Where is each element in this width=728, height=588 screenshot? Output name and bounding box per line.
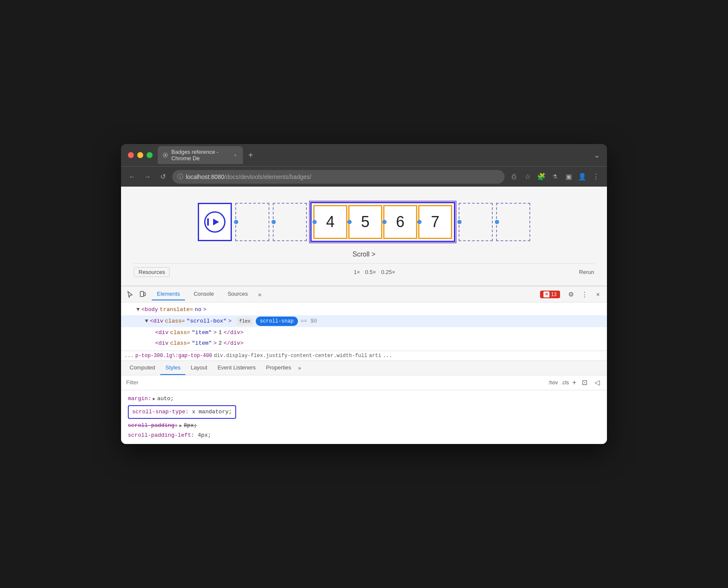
triangle-down: ▼ <box>145 317 148 326</box>
css-scroll-padding-line: scroll-padding: 8px; <box>128 421 600 430</box>
scroll-item-placeholder-2 <box>273 203 307 241</box>
bar-icon <box>207 218 209 226</box>
triangle-right: ▼ <box>136 306 140 314</box>
scroll-item-4: 4 <box>313 205 347 239</box>
add-rule-button[interactable]: + <box>572 379 576 386</box>
css-scroll-snap-type-line: scroll-snap-type: x mandatory; <box>128 405 600 418</box>
settings-icon[interactable]: ⚙ <box>565 289 576 300</box>
styles-more-tabs[interactable]: » <box>296 361 303 375</box>
speed-half[interactable]: 0.5× <box>365 269 376 275</box>
devtools-toolbar: Elements Console Sources » ✕ 13 ⚙ ⋮ × <box>121 286 607 303</box>
speed-quarter[interactable]: 0.25× <box>381 269 395 275</box>
close-button[interactable] <box>128 152 134 158</box>
chrome-icon <box>163 152 168 159</box>
copy-styles-icon[interactable]: ⊡ <box>580 378 589 387</box>
resources-bar: Resources 1× 0.5× 0.25× Rerun <box>134 263 594 277</box>
devtools-settings: ⚙ ⋮ × <box>565 289 604 300</box>
close-tab-button[interactable]: × <box>233 152 238 159</box>
error-badge[interactable]: ✕ 13 <box>540 291 560 298</box>
snap-dot-2 <box>272 220 276 224</box>
properties-tab[interactable]: Properties <box>261 361 296 375</box>
devtools-panel: Elements Console Sources » ✕ 13 ⚙ ⋮ × ▼ <box>121 286 607 444</box>
breadcrumb-item-3[interactable]: arti <box>369 353 381 359</box>
play-icon <box>213 219 219 225</box>
url-bar[interactable]: ⓘ localhost:8080/docs/devtools/elements/… <box>172 170 505 184</box>
flask-icon[interactable]: ⚗ <box>549 171 561 183</box>
scroll-item-6: 6 <box>383 205 417 239</box>
toggle-sidebar-icon[interactable]: ◁ <box>592 378 602 387</box>
speed-1x[interactable]: 1× <box>354 269 360 275</box>
active-tab[interactable]: Badges reference - Chrome De × <box>158 146 243 164</box>
hov-button[interactable]: :hov <box>548 380 558 386</box>
css-val-scroll-snap-type: x mandatory; <box>192 409 232 415</box>
devtools-btn-group <box>124 289 148 300</box>
computed-tab[interactable]: Computed <box>124 361 160 375</box>
tab-title: Badges reference - Chrome De <box>171 149 229 161</box>
error-count: 13 <box>551 291 557 297</box>
resources-button[interactable]: Resources <box>134 267 170 277</box>
cursor-icon[interactable] <box>124 289 136 300</box>
device-icon[interactable] <box>137 289 148 300</box>
share-icon[interactable]: ⎙ <box>508 171 520 183</box>
dollar-zero: == $0 <box>300 317 317 326</box>
scroll-item-placeholder-1 <box>235 203 269 241</box>
bookmark-icon[interactable]: ☆ <box>522 171 534 183</box>
css-val-scroll-padding: 8px; <box>184 421 197 430</box>
breadcrumb-dots-1: ... <box>124 353 134 359</box>
tab-overflow-button[interactable]: ⌄ <box>594 150 600 160</box>
scroll-demo: 4 5 6 7 <box>121 187 607 286</box>
snap-dot-4 <box>312 220 317 224</box>
reload-button[interactable]: ↺ <box>157 171 169 183</box>
forward-button[interactable]: → <box>142 171 153 183</box>
back-button[interactable]: ← <box>126 171 138 183</box>
scroll-snap-badge[interactable]: scroll-snap <box>256 317 298 326</box>
breadcrumb-item-2[interactable]: div.display-flex.justify-content-center.… <box>214 353 367 359</box>
breadcrumb-item-1[interactable]: p-top-300.lg\:gap-top-400 <box>136 353 212 359</box>
traffic-lights <box>128 152 153 158</box>
console-tab[interactable]: Console <box>188 288 219 300</box>
snap-dot-5 <box>347 220 352 224</box>
css-scroll-padding-left-line: scroll-padding-left: 4px; <box>128 430 600 440</box>
scroll-items-row: 4 5 6 7 <box>134 195 594 249</box>
scroll-item-placeholder-3 <box>459 203 493 241</box>
css-prop-scroll-padding-left: scroll-padding-left: <box>128 430 194 440</box>
html-line-item1: <div class= "item" > 1 </div> <box>121 327 607 338</box>
minimize-button[interactable] <box>137 152 143 158</box>
scroll-icon-box <box>198 203 232 241</box>
expand-scroll-padding[interactable] <box>179 421 182 430</box>
error-x-icon: ✕ <box>543 291 549 297</box>
flex-badge[interactable]: flex <box>237 317 253 326</box>
elements-tab[interactable]: Elements <box>152 288 185 300</box>
scroll-label: Scroll > <box>134 251 594 258</box>
url-path: /docs/devtools/elements/badges/ <box>224 173 311 180</box>
css-prop-margin: margin: <box>128 394 151 404</box>
html-line-div-scroll[interactable]: ▼ <div class= "scroll-box" > flex scroll… <box>121 315 607 327</box>
profile-icon[interactable]: 👤 <box>576 171 588 183</box>
more-options-icon[interactable]: ⋮ <box>579 289 590 300</box>
tab-bar: Badges reference - Chrome De × + ⌄ <box>158 146 600 164</box>
scroll-item-7: 7 <box>418 205 452 239</box>
close-devtools-icon[interactable]: × <box>592 289 604 300</box>
extensions-icon[interactable]: 🧩 <box>535 171 547 183</box>
rerun-button[interactable]: Rerun <box>579 269 594 275</box>
sources-tab[interactable]: Sources <box>222 288 253 300</box>
svg-rect-2 <box>140 291 144 297</box>
menu-icon[interactable]: ⋮ <box>590 171 602 183</box>
url-text: localhost:8080/docs/devtools/elements/ba… <box>186 173 500 180</box>
styles-tab[interactable]: Styles <box>160 361 185 375</box>
html-line-body: ▼ <body translate= no > <box>121 304 607 315</box>
styles-tabs: Computed Styles Layout Event Listeners P… <box>121 361 607 375</box>
expand-margin[interactable] <box>153 394 156 404</box>
layout-tab[interactable]: Layout <box>185 361 212 375</box>
devtools-more-tabs[interactable]: » <box>257 288 263 300</box>
address-bar: ← → ↺ ⓘ localhost:8080/docs/devtools/ele… <box>121 166 607 187</box>
css-val-scroll-padding-left: 4px; <box>198 430 211 440</box>
tablet-icon[interactable]: ▣ <box>563 171 575 183</box>
maximize-button[interactable] <box>147 152 153 158</box>
new-tab-button[interactable]: + <box>245 149 257 161</box>
cls-button[interactable]: .cls <box>561 380 569 386</box>
css-margin-line: margin: auto; <box>128 394 600 404</box>
title-bar: Badges reference - Chrome De × + ⌄ <box>121 144 607 166</box>
filter-input[interactable] <box>126 379 545 386</box>
event-listeners-tab[interactable]: Event Listeners <box>212 361 261 375</box>
